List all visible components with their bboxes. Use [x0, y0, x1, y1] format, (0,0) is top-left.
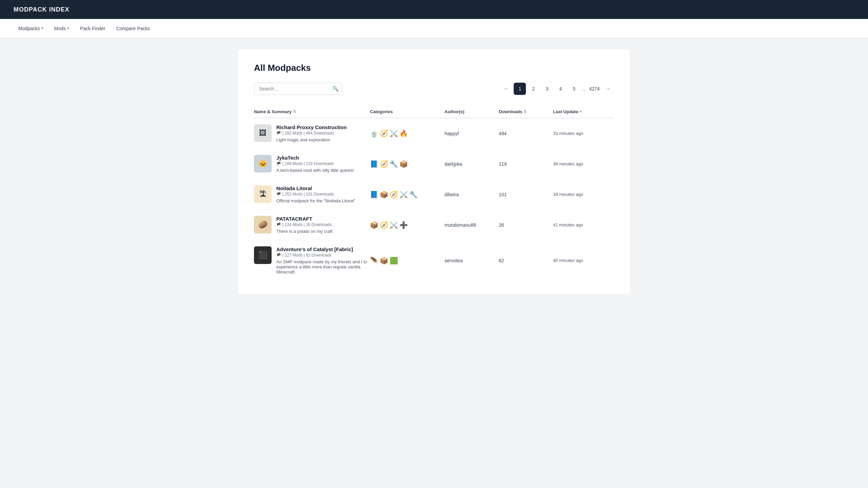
- table-row[interactable]: ⬛ Adventure's of Catalyst [Fabric] 🏴 | 1…: [254, 240, 614, 281]
- pack-summary: Light magic and exploration: [276, 137, 347, 142]
- name-cell: 🖼 Richard Proxxy Construction 🏴 | 282 Mo…: [254, 124, 370, 142]
- th-name[interactable]: Name & Summary ⇅: [254, 109, 370, 114]
- table-row[interactable]: 🥔 PATATACRAFT 🏴 | 124 Mods | 26 Download…: [254, 210, 614, 240]
- page-3-button[interactable]: 3: [541, 83, 553, 95]
- pack-meta: 🏴 | 282 Mods | 494 Downloads: [276, 131, 347, 136]
- th-downloads[interactable]: Downloads ⇅: [499, 109, 553, 114]
- author-cell: mundomanu88: [445, 222, 499, 228]
- category-icon: ⚔️: [390, 129, 398, 138]
- pack-name: Noitada Litoral: [276, 185, 355, 191]
- categories-cell: 📦🧭⚔️➕: [370, 221, 445, 229]
- pagination-ellipsis: ...: [581, 86, 587, 92]
- th-last-update[interactable]: Last Update ▾: [553, 109, 614, 114]
- category-icon: 🧭: [390, 190, 398, 199]
- table-row[interactable]: 🖼 Richard Proxxy Construction 🏴 | 282 Mo…: [254, 118, 614, 149]
- nav-pack-finder[interactable]: Pack Finder: [75, 23, 110, 34]
- table-row[interactable]: 🐱 JykaTech 🏴 | 169 Mods | 119 Downloads …: [254, 149, 614, 179]
- flag-icon: 🏴: [276, 253, 281, 258]
- pack-avatar: 🏝: [254, 185, 272, 203]
- categories-cell: 📘🧭🔧📦: [370, 160, 445, 168]
- last-update-cell: 38 minutes ago: [553, 161, 614, 166]
- pack-avatar: 🐱: [254, 155, 272, 172]
- navbar: Modpacks ▾ Mods ▾ Pack Finder Compare Pa…: [0, 19, 868, 38]
- page-2-button[interactable]: 2: [527, 83, 539, 95]
- category-icon: 🧭: [380, 160, 388, 168]
- pack-name: JykaTech: [276, 155, 354, 161]
- pack-avatar: 🖼: [254, 124, 272, 142]
- prev-page-button[interactable]: ←: [500, 83, 512, 95]
- site-logo: MODPACK INDEX: [14, 6, 70, 13]
- pack-summary: A tech-based mod with silly little quest…: [276, 168, 354, 173]
- pack-summary: An SMP modpack made by my friends and I …: [276, 259, 370, 274]
- name-cell: 🥔 PATATACRAFT 🏴 | 124 Mods | 26 Download…: [254, 216, 370, 234]
- nav-compare-packs[interactable]: Compare Packs: [112, 23, 155, 34]
- pack-meta: 🏴 | 251 Mods | 101 Downloads: [276, 192, 355, 197]
- last-page-button[interactable]: 4274: [588, 83, 600, 95]
- name-cell: 🏝 Noitada Litoral 🏴 | 251 Mods | 101 Dow…: [254, 185, 370, 203]
- downloads-cell: 119: [499, 161, 553, 167]
- pack-meta: 🏴 | 127 Mods | 62 Downloads: [276, 253, 370, 258]
- table-header: Name & Summary ⇅ Categories Author(s) Do…: [254, 106, 614, 118]
- flag-icon: 🏴: [276, 223, 281, 227]
- table-row[interactable]: 🏝 Noitada Litoral 🏴 | 251 Mods | 101 Dow…: [254, 179, 614, 210]
- downloads-cell: 101: [499, 192, 553, 197]
- name-cell: 🐱 JykaTech 🏴 | 169 Mods | 119 Downloads …: [254, 155, 370, 173]
- page-title: All Modpacks: [254, 63, 614, 73]
- category-icon: 🔧: [409, 190, 418, 199]
- category-icon: 📦: [370, 221, 378, 229]
- downloads-cell: 26: [499, 222, 553, 228]
- nav-mods[interactable]: Mods ▾: [50, 23, 74, 34]
- pack-info: Richard Proxxy Construction 🏴 | 282 Mods…: [276, 124, 347, 142]
- sort-icon: ⇅: [293, 109, 296, 114]
- th-authors: Author(s): [445, 109, 499, 114]
- pack-summary: There is a potato on my craft: [276, 229, 332, 234]
- pagination: ← 1 2 3 4 5 ... 4274 →: [500, 83, 614, 95]
- downloads-cell: 62: [499, 258, 553, 263]
- flag-icon: 🏴: [276, 131, 281, 136]
- pack-avatar: ⬛: [254, 246, 272, 264]
- category-icon: 🪶: [370, 257, 378, 265]
- category-icon: ⚔️: [390, 221, 398, 229]
- category-icon: 🧭: [380, 129, 388, 138]
- author-cell: dibeira: [445, 192, 499, 197]
- author-cell: servotea: [445, 258, 499, 263]
- chevron-down-icon: ▾: [67, 26, 69, 30]
- category-icon: 📦: [380, 257, 388, 265]
- category-icon: 🔥: [399, 129, 408, 138]
- category-icon: 🟩: [390, 257, 398, 265]
- category-icon: 📦: [380, 190, 388, 199]
- nav-modpacks[interactable]: Modpacks ▾: [14, 23, 48, 34]
- sort-icon: ⇅: [524, 109, 527, 114]
- category-icon: 🍵: [370, 129, 378, 138]
- name-cell: ⬛ Adventure's of Catalyst [Fabric] 🏴 | 1…: [254, 246, 370, 274]
- pack-name: Richard Proxxy Construction: [276, 124, 347, 130]
- next-page-button[interactable]: →: [602, 83, 614, 95]
- last-update-cell: 45 minutes ago: [553, 258, 614, 263]
- author-cell: happyf: [445, 131, 499, 136]
- category-icon: 📘: [370, 190, 378, 199]
- search-button[interactable]: 🔍: [332, 86, 339, 92]
- page-1-button[interactable]: 1: [514, 83, 526, 95]
- search-input[interactable]: [254, 83, 342, 95]
- table-body: 🖼 Richard Proxxy Construction 🏴 | 282 Mo…: [254, 118, 614, 281]
- category-icon: 🧭: [380, 221, 388, 229]
- main-content: All Modpacks 🔍 ← 1 2 3 4 5 ... 4274 → Na…: [237, 49, 631, 294]
- category-icon: ⚔️: [399, 190, 408, 199]
- categories-cell: 🍵🧭⚔️🔥: [370, 129, 445, 138]
- category-icon: 🔧: [390, 160, 398, 168]
- category-icon: 📘: [370, 160, 378, 168]
- pack-info: JykaTech 🏴 | 169 Mods | 119 Downloads A …: [276, 155, 354, 173]
- page-4-button[interactable]: 4: [554, 83, 567, 95]
- author-cell: darkjyka: [445, 161, 499, 167]
- categories-cell: 🪶📦🟩: [370, 257, 445, 265]
- pack-name: Adventure's of Catalyst [Fabric]: [276, 246, 370, 252]
- search-wrapper: 🔍: [254, 83, 342, 95]
- pack-info: Adventure's of Catalyst [Fabric] 🏴 | 127…: [276, 246, 370, 274]
- flag-icon: 🏴: [276, 192, 281, 197]
- pack-info: PATATACRAFT 🏴 | 124 Mods | 26 Downloads …: [276, 216, 332, 234]
- category-icon: ➕: [399, 221, 408, 229]
- pack-info: Noitada Litoral 🏴 | 251 Mods | 101 Downl…: [276, 185, 355, 203]
- last-update-cell: 41 minutes ago: [553, 222, 614, 227]
- page-5-button[interactable]: 5: [568, 83, 580, 95]
- topbar: MODPACK INDEX: [0, 0, 868, 19]
